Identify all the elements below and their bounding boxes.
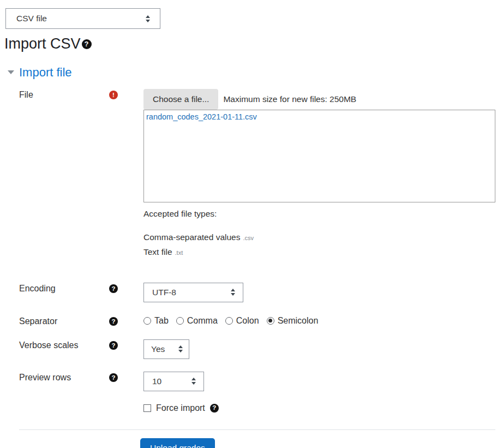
force-import-control: Force import ? <box>143 403 503 414</box>
radio-icon-checked[interactable] <box>267 317 274 325</box>
preview-rows-select[interactable]: 10 <box>143 372 204 391</box>
section-toggle-import-file[interactable]: Import file <box>19 65 72 80</box>
help-icon[interactable]: ? <box>82 39 92 49</box>
file-type-ext: .csv <box>243 235 254 241</box>
help-icon[interactable]: ? <box>210 404 219 413</box>
separator-radio-group: Tab Comma Colon Semicolon <box>143 315 503 326</box>
preview-rows-label: Preview rows <box>19 372 109 383</box>
verbose-scales-label: Verbose scales <box>19 339 109 350</box>
radio-option-colon[interactable]: Colon <box>225 316 259 326</box>
force-import-option: Force import ? <box>143 403 219 413</box>
file-label: File <box>19 89 109 100</box>
select-arrows-icon <box>231 289 235 296</box>
verbose-scales-value: Yes <box>151 344 165 354</box>
force-import-spacer <box>109 403 143 404</box>
file-type-name: Comma-separated values <box>143 232 240 242</box>
preview-rows-row: Preview rows ? 10 <box>19 372 503 391</box>
radio-option-tab[interactable]: Tab <box>143 316 169 326</box>
help-icon[interactable]: ? <box>109 284 118 293</box>
encoding-help-cell: ? <box>109 283 143 294</box>
force-import-checkbox[interactable] <box>143 404 151 412</box>
section-header: Import file <box>8 65 503 80</box>
force-import-row: Force import ? <box>19 403 503 414</box>
preview-help-cell: ? <box>109 372 143 383</box>
import-form: File ! Choose a file... Maximum size for… <box>0 89 503 414</box>
page-title-text: Import CSV <box>4 36 81 52</box>
force-import-label: Force import <box>156 403 205 413</box>
accepted-file-types: Accepted file types: Comma-separated val… <box>143 209 503 260</box>
verbose-control: Yes <box>143 339 503 359</box>
radio-icon[interactable] <box>143 317 151 325</box>
file-control: Choose a file... Maximum size for new fi… <box>143 89 503 260</box>
verbose-scales-select[interactable]: Yes <box>143 339 189 359</box>
separator-control: Tab Comma Colon Semicolon <box>143 315 503 326</box>
file-drop-area[interactable]: random_codes_2021-01-11.csv <box>143 110 495 202</box>
collapse-caret-icon[interactable] <box>8 70 14 74</box>
radio-option-semicolon[interactable]: Semicolon <box>267 316 319 326</box>
separator-row: Separator ? Tab Comma Colon <box>19 315 503 326</box>
help-icon[interactable]: ? <box>109 341 118 350</box>
encoding-value: UTF-8 <box>152 288 176 297</box>
verbose-help-cell: ? <box>109 339 143 350</box>
radio-label: Comma <box>187 316 218 326</box>
radio-label: Colon <box>236 316 259 326</box>
encoding-select[interactable]: UTF-8 <box>143 283 243 302</box>
selected-file-link[interactable]: random_codes_2021-01-11.csv <box>146 112 257 121</box>
import-format-value: CSV file <box>16 14 47 23</box>
max-size-text: Maximum size for new files: 250MB <box>223 94 356 104</box>
select-arrows-icon <box>146 15 150 22</box>
separator-label: Separator <box>19 315 109 326</box>
force-import-spacer <box>19 403 109 404</box>
accepted-title: Accepted file types: <box>143 209 503 219</box>
file-type-ext: .txt <box>175 249 183 256</box>
radio-icon[interactable] <box>225 317 233 325</box>
file-picker-toolbar: Choose a file... Maximum size for new fi… <box>143 89 503 110</box>
help-icon[interactable]: ? <box>109 373 118 382</box>
divider <box>19 429 495 430</box>
encoding-control: UTF-8 <box>143 283 503 302</box>
page-title: Import CSV ? <box>4 36 503 52</box>
file-required-cell: ! <box>109 89 143 100</box>
required-icon: ! <box>109 91 118 99</box>
select-arrows-icon <box>191 378 196 385</box>
verbose-scales-row: Verbose scales ? Yes <box>19 339 503 359</box>
encoding-row: Encoding ? UTF-8 <box>19 283 503 302</box>
file-type-item: Text file.txt <box>143 245 503 260</box>
radio-option-comma[interactable]: Comma <box>176 316 218 326</box>
radio-label: Semicolon <box>278 316 319 326</box>
upload-grades-button[interactable]: Upload grades <box>140 438 215 448</box>
select-arrows-icon <box>178 345 183 353</box>
preview-control: 10 <box>143 372 503 391</box>
file-type-item: Comma-separated values.csv <box>143 230 503 245</box>
help-icon[interactable]: ? <box>109 317 118 326</box>
encoding-label: Encoding <box>19 283 109 294</box>
radio-label: Tab <box>154 316 169 326</box>
import-format-select[interactable]: CSV file <box>5 8 160 29</box>
separator-help-cell: ? <box>109 315 143 326</box>
file-type-name: Text file <box>143 247 172 256</box>
file-row: File ! Choose a file... Maximum size for… <box>19 89 503 260</box>
choose-file-button[interactable]: Choose a file... <box>143 89 218 110</box>
radio-icon[interactable] <box>176 317 184 325</box>
preview-rows-value: 10 <box>152 377 161 386</box>
